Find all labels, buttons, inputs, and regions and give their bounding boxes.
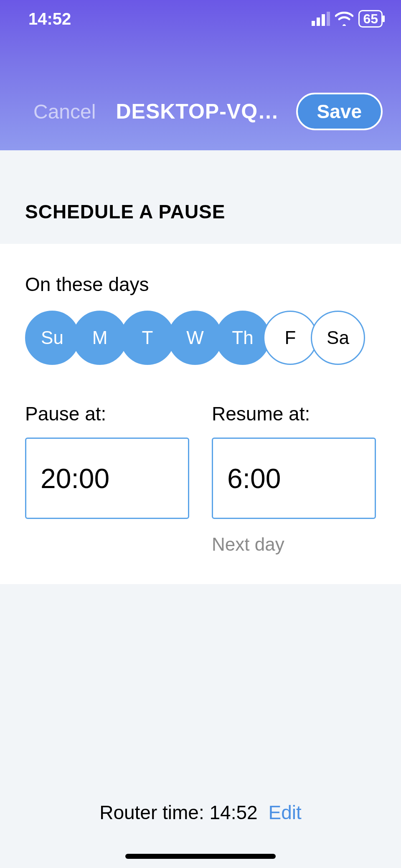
router-time-label: Router time: 14:52 <box>99 801 257 824</box>
home-indicator[interactable] <box>125 854 276 859</box>
section-heading: SCHEDULE A PAUSE <box>0 150 401 244</box>
resume-column: Resume at: 6:00 Next day <box>212 402 376 555</box>
battery-indicator: 65 <box>358 10 383 28</box>
status-indicators: 65 <box>312 10 383 28</box>
status-clock: 14:52 <box>28 10 71 28</box>
cellular-icon <box>312 12 330 26</box>
day-friday[interactable]: F <box>263 311 317 365</box>
svg-rect-3 <box>327 12 330 26</box>
edit-router-time-link[interactable]: Edit <box>269 801 302 824</box>
day-tuesday[interactable]: T <box>120 311 175 365</box>
day-monday[interactable]: M <box>73 311 127 365</box>
svg-rect-2 <box>322 14 325 26</box>
day-wednesday[interactable]: W <box>168 311 222 365</box>
status-bar: 14:52 65 <box>0 0 401 38</box>
save-button[interactable]: Save <box>296 93 383 130</box>
pause-column: Pause at: 20:00 <box>25 402 189 555</box>
resume-label: Resume at: <box>212 402 376 425</box>
days-label: On these days <box>25 273 376 296</box>
resume-note: Next day <box>212 534 376 555</box>
wifi-icon <box>335 12 353 26</box>
svg-rect-1 <box>317 18 320 26</box>
cancel-button[interactable]: Cancel <box>33 100 96 123</box>
pause-time-input[interactable]: 20:00 <box>25 438 189 519</box>
svg-rect-0 <box>312 21 315 26</box>
day-saturday[interactable]: Sa <box>311 311 365 365</box>
schedule-card: On these days Su M T W Th F Sa Pause at:… <box>0 244 401 584</box>
app-header: 14:52 65 Cancel DESKTOP-VQ… Save <box>0 0 401 150</box>
resume-time-input[interactable]: 6:00 <box>212 438 376 519</box>
page-title: DESKTOP-VQ… <box>108 99 283 124</box>
nav-bar: Cancel DESKTOP-VQ… Save <box>0 93 401 130</box>
day-thursday[interactable]: Th <box>216 311 270 365</box>
pause-label: Pause at: <box>25 402 189 425</box>
days-row: Su M T W Th F Sa <box>25 311 376 365</box>
day-sunday[interactable]: Su <box>25 311 79 365</box>
